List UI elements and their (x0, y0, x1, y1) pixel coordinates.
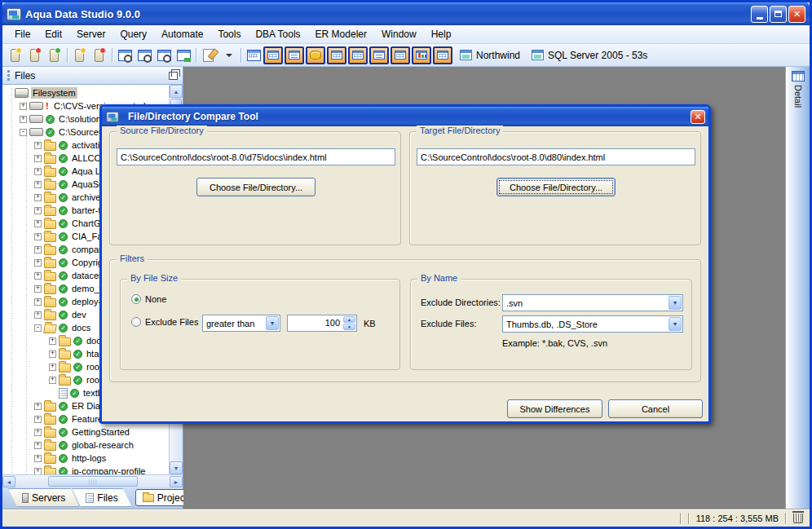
query-analyzer-button[interactable] (115, 46, 135, 64)
collapse-icon[interactable]: - (20, 129, 27, 136)
expand-icon[interactable]: + (34, 246, 42, 253)
dialog-close-button[interactable]: ✕ (691, 110, 705, 124)
schema-browser-button[interactable] (244, 46, 263, 64)
maximize-button[interactable] (770, 6, 787, 23)
chart-button[interactable] (412, 46, 431, 64)
menu-dba-tools[interactable]: DBA Tools (248, 26, 307, 42)
expand-icon[interactable]: + (34, 259, 42, 267)
chevron-down-icon[interactable]: ▼ (669, 296, 682, 310)
collapse-icon[interactable]: - (34, 324, 42, 332)
exclude-files-combo[interactable]: Thumbs.db, .DS_Store ▼ (502, 315, 683, 333)
spin-down-icon[interactable]: ▼ (343, 324, 355, 330)
expand-icon[interactable]: + (34, 311, 42, 319)
scroll-thumb[interactable]: |||| (48, 476, 138, 487)
tree-horizontal-scrollbar[interactable]: ◄ |||| ► (2, 474, 183, 487)
menu-query[interactable]: Query (113, 26, 154, 42)
tree-item[interactable]: +✓ip-company-profile (2, 465, 169, 474)
tab-servers[interactable]: Servers (8, 488, 79, 507)
show-differences-button[interactable]: Show Differences (507, 399, 602, 418)
source-path-field[interactable]: C:\SourceControl\docs\root-8.0\d75\docs\… (117, 148, 395, 165)
scroll-up-icon[interactable]: ▲ (170, 85, 183, 98)
query-window-button[interactable] (135, 46, 154, 64)
menu-server[interactable]: Server (69, 26, 113, 42)
table-view-button[interactable] (433, 46, 452, 64)
tab-detail[interactable]: Detail (793, 85, 803, 108)
menu-window[interactable]: Window (374, 26, 424, 42)
expand-icon[interactable]: + (34, 207, 42, 214)
expand-icon[interactable]: + (34, 416, 42, 423)
source-choose-button[interactable]: Choose File/Directory... (196, 178, 316, 196)
expand-icon[interactable]: + (34, 168, 42, 175)
close-button[interactable]: ✕ (788, 6, 805, 23)
expand-icon[interactable]: + (20, 103, 27, 110)
size-value-spinner[interactable]: 100 ▲ ▼ (287, 315, 357, 332)
spin-up-icon[interactable]: ▲ (343, 316, 355, 323)
er-diagram-button[interactable] (391, 46, 410, 64)
expand-icon[interactable]: + (34, 155, 42, 162)
exclude-directories-combo[interactable]: .svn ▼ (502, 294, 683, 311)
form-view-button[interactable] (285, 46, 304, 64)
scroll-left-icon[interactable]: ◄ (2, 476, 15, 487)
expand-icon[interactable]: + (34, 468, 42, 475)
connect-server-button[interactable] (70, 46, 90, 64)
target-choose-button[interactable]: Choose File/Directory... (496, 178, 616, 196)
expand-icon[interactable]: + (34, 442, 42, 449)
scroll-right-icon[interactable]: ► (170, 476, 183, 487)
expand-icon[interactable]: + (20, 116, 27, 123)
menu-automate[interactable]: Automate (154, 26, 210, 42)
expand-icon[interactable]: + (34, 298, 42, 306)
query-builder-button[interactable] (154, 46, 174, 64)
expand-icon[interactable]: + (49, 364, 56, 371)
remove-server-button[interactable] (25, 46, 45, 64)
tree-item[interactable]: +✓global-research (2, 439, 169, 452)
database-button[interactable] (306, 46, 325, 64)
import-export-button[interactable] (174, 46, 193, 64)
tree-item[interactable]: +✓http-logs (2, 452, 169, 465)
float-panel-icon[interactable] (169, 72, 178, 80)
menu-er-modeler[interactable]: ER Modeler (308, 26, 374, 42)
expand-icon[interactable]: + (34, 272, 42, 280)
minimize-button[interactable] (751, 6, 768, 23)
disconnect-server-button[interactable] (90, 46, 109, 64)
expand-icon[interactable]: + (49, 337, 56, 345)
filter-none-radio[interactable]: None (131, 294, 166, 304)
chevron-down-icon[interactable]: ▼ (669, 317, 682, 331)
expand-icon[interactable]: + (49, 377, 56, 384)
expand-icon[interactable]: + (34, 142, 42, 149)
target-path-field[interactable]: C:\SourceControl\docs\root-8.0\d80\index… (417, 148, 695, 165)
chevron-down-icon[interactable]: ▼ (266, 316, 279, 330)
tree-item[interactable]: Filesystem (2, 86, 169, 99)
radio-icon[interactable] (131, 317, 141, 327)
script-dropdown-button[interactable] (218, 46, 238, 64)
schema-objects-button[interactable] (45, 46, 64, 64)
filter-exclude-radio[interactable]: Exclude Files (131, 317, 198, 327)
tab-files[interactable]: Files (72, 488, 131, 507)
size-comparator-combo[interactable]: greater than ▼ (202, 315, 280, 332)
database-selector[interactable]: Northwind (454, 46, 526, 64)
list-view-button[interactable] (369, 46, 389, 64)
expand-icon[interactable]: + (34, 403, 42, 410)
expand-icon[interactable]: + (34, 455, 42, 462)
expand-icon[interactable]: + (49, 350, 56, 358)
panel-grip-icon[interactable] (7, 70, 10, 81)
table-data-button[interactable] (263, 46, 283, 64)
server-selector[interactable]: SQL Server 2005 - 53s (526, 46, 653, 64)
expand-icon[interactable]: + (34, 285, 42, 293)
menu-edit[interactable]: Edit (38, 26, 69, 42)
expand-icon[interactable]: + (34, 233, 42, 240)
expand-icon[interactable]: + (34, 194, 42, 201)
menu-file[interactable]: File (7, 26, 38, 42)
expand-icon[interactable]: + (34, 181, 42, 188)
garbage-collect-icon[interactable] (793, 514, 803, 523)
scroll-track[interactable] (138, 475, 170, 487)
pivot-view-button[interactable] (348, 46, 368, 64)
tree-item[interactable]: +✓GettingStarted (2, 425, 169, 439)
cancel-button[interactable]: Cancel (608, 399, 703, 418)
expand-icon[interactable]: + (34, 220, 42, 227)
scroll-down-icon[interactable]: ▼ (170, 461, 183, 474)
menu-help[interactable]: Help (424, 26, 459, 42)
grid-view-button[interactable] (327, 46, 346, 64)
expand-icon[interactable]: + (34, 429, 42, 436)
radio-selected-icon[interactable] (131, 294, 141, 304)
open-script-button[interactable] (199, 46, 218, 64)
